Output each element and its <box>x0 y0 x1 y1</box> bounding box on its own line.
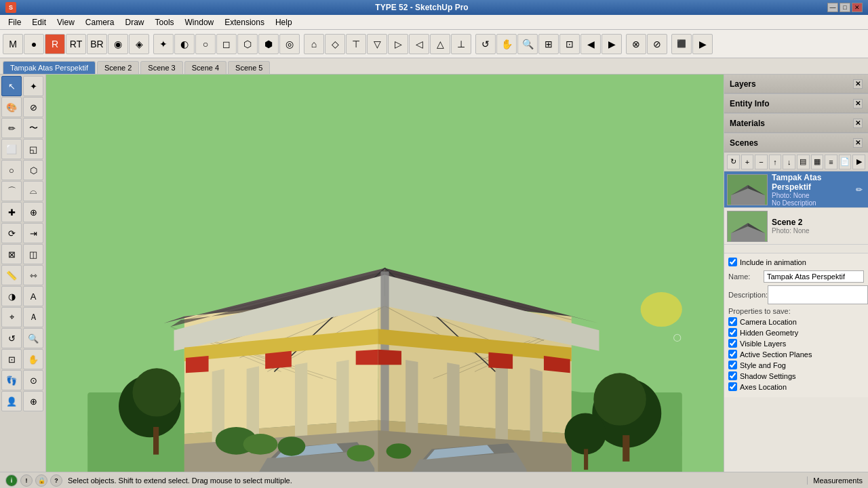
toolbar-zoom-window[interactable]: ⊞ <box>538 34 559 54</box>
tool-tape[interactable]: 📏 <box>1 265 22 285</box>
toolbar-play[interactable]: ▶ <box>692 34 713 54</box>
toolbar-right[interactable]: ▷ <box>388 34 408 54</box>
entity-info-close[interactable]: ✕ <box>853 99 863 108</box>
scenes-view-thumbnails[interactable]: ▤ <box>797 155 810 169</box>
scene-item-1[interactable]: Scene 2 Photo: None <box>724 208 868 245</box>
toolbar-hidden-line[interactable]: ◻ <box>216 34 237 54</box>
toolbar-render2[interactable]: ◈ <box>129 34 149 54</box>
tool-rectangle[interactable]: ⬜ <box>1 139 22 159</box>
scene-tab-2[interactable]: Scene 3 <box>140 61 182 74</box>
toolbar-xray[interactable]: ✦ <box>153 34 174 54</box>
tool-position-camera[interactable]: 👤 <box>1 391 22 411</box>
scenes-move-down[interactable]: ↓ <box>783 155 795 169</box>
scene-tab-3[interactable]: Scene 4 <box>184 61 226 74</box>
scenes-delete[interactable]: − <box>755 155 768 169</box>
tool-2pt-arc[interactable]: ⌓ <box>23 181 43 201</box>
scenes-view-small[interactable]: ▦ <box>811 155 824 169</box>
toolbar-monochrome[interactable]: ◎ <box>279 34 300 54</box>
camera-location-checkbox[interactable] <box>728 317 737 326</box>
tool-dimension[interactable]: ⇿ <box>23 265 43 285</box>
scene-tab-1[interactable]: Scene 2 <box>97 61 139 74</box>
tool-follow-me[interactable]: ⇥ <box>23 223 43 243</box>
toolbar-pan[interactable]: ✋ <box>496 34 517 54</box>
visible-layers-checkbox[interactable] <box>728 339 737 348</box>
tool-rotate[interactable]: ⟳ <box>1 223 22 243</box>
toolbar-bottom[interactable]: ⊥ <box>451 34 471 54</box>
scene-name-input[interactable] <box>764 270 864 283</box>
menu-window[interactable]: Window <box>180 16 220 28</box>
hidden-geometry-checkbox[interactable] <box>728 328 737 337</box>
toolbar-rt[interactable]: RT <box>66 34 86 54</box>
scenes-play[interactable]: ▶ <box>852 155 865 169</box>
toolbar-front[interactable]: ▽ <box>367 34 387 54</box>
active-section-planes-checkbox[interactable] <box>728 350 737 359</box>
toolbar-back[interactable]: △ <box>430 34 450 54</box>
tool-scale[interactable]: ⊠ <box>1 244 22 264</box>
scenes-refresh[interactable]: ↻ <box>727 155 740 169</box>
toolbar-section-plane[interactable]: ⊗ <box>626 34 646 54</box>
scenes-add[interactable]: + <box>741 155 754 169</box>
toolbar-next[interactable]: ▶ <box>601 34 622 54</box>
tool-3d-text[interactable]: Ａ <box>23 307 43 327</box>
toolbar-sketchup[interactable]: ● <box>24 34 44 54</box>
menu-view[interactable]: View <box>52 16 80 28</box>
tool-north[interactable]: ⊕ <box>23 391 43 411</box>
scenes-update[interactable]: 📄 <box>839 155 852 169</box>
toolbar-br[interactable]: BR <box>87 34 107 54</box>
toolbar-layers-panel[interactable]: ⬛ <box>671 34 692 54</box>
tool-select[interactable]: ↖ <box>1 76 22 96</box>
tool-eraser[interactable]: ⊘ <box>23 97 43 117</box>
tool-orbit2[interactable]: ↺ <box>1 328 22 348</box>
scene-description-input[interactable] <box>768 285 868 304</box>
maximize-button[interactable]: □ <box>840 3 850 12</box>
scene-tab-0[interactable]: Tampak Atas Perspektif <box>3 61 96 74</box>
toolbar-zoom[interactable]: 🔍 <box>517 34 538 54</box>
materials-close[interactable]: ✕ <box>853 119 863 128</box>
tool-protractor[interactable]: ◑ <box>1 286 22 306</box>
viewport[interactable] <box>46 75 724 472</box>
tool-rotated-rect[interactable]: ◱ <box>23 139 43 159</box>
toolbar-shaded[interactable]: ⬡ <box>237 34 258 54</box>
menu-edit[interactable]: Edit <box>26 16 52 28</box>
toolbar-prev[interactable]: ◀ <box>580 34 601 54</box>
include-animation-checkbox[interactable] <box>728 258 737 266</box>
tool-polygon[interactable]: ⬡ <box>23 160 43 180</box>
toolbar-home[interactable]: ⌂ <box>304 34 324 54</box>
tool-axes[interactable]: ⌖ <box>1 307 22 327</box>
toolbar-left[interactable]: ◁ <box>409 34 429 54</box>
tool-push-pull[interactable]: ⊕ <box>23 202 43 222</box>
axes-location-checkbox[interactable] <box>728 382 737 391</box>
scenes-close[interactable]: ✕ <box>853 138 863 148</box>
window-controls[interactable]: — □ ✕ <box>827 3 863 12</box>
toolbar-zoom-extents[interactable]: ⊡ <box>559 34 580 54</box>
scene-edit-0[interactable]: ✏ <box>856 185 865 195</box>
tool-pan2[interactable]: ✋ <box>23 349 43 369</box>
tool-component[interactable]: ✦ <box>23 76 43 96</box>
toolbar-iso[interactable]: ◇ <box>325 34 345 54</box>
toolbar-back-edges[interactable]: ◐ <box>174 34 195 54</box>
toolbar-shaded-textures[interactable]: ⬢ <box>258 34 279 54</box>
toolbar-top[interactable]: ⊤ <box>346 34 366 54</box>
tool-text[interactable]: A <box>23 286 43 306</box>
toolbar-render1[interactable]: ◉ <box>108 34 128 54</box>
tool-look-around[interactable]: ⊙ <box>23 370 43 390</box>
menu-extensions[interactable]: Extensions <box>219 16 270 28</box>
scenes-view-detail[interactable]: ≡ <box>825 155 837 169</box>
menu-file[interactable]: File <box>3 16 26 28</box>
tool-paint[interactable]: 🎨 <box>1 97 22 117</box>
toolbar-section-cut[interactable]: ⊘ <box>647 34 667 54</box>
toolbar-orbit[interactable]: ↺ <box>475 34 496 54</box>
tool-walk[interactable]: 👣 <box>1 370 22 390</box>
tool-arc[interactable]: ⌒ <box>1 181 22 201</box>
menu-help[interactable]: Help <box>270 16 298 28</box>
minimize-button[interactable]: — <box>827 3 838 12</box>
layers-close[interactable]: ✕ <box>853 79 863 89</box>
toolbar-wireframe[interactable]: ○ <box>195 34 216 54</box>
tool-move[interactable]: ✚ <box>1 202 22 222</box>
scene-item-0[interactable]: Tampak Atas Perspektif Photo: None No De… <box>724 171 868 208</box>
tool-offset[interactable]: ◫ <box>23 244 43 264</box>
toolbar-reference[interactable]: R <box>45 34 65 54</box>
tool-circle[interactable]: ○ <box>1 160 22 180</box>
tool-zoom-ext[interactable]: ⊡ <box>1 349 22 369</box>
tool-zoom2[interactable]: 🔍 <box>23 328 43 348</box>
